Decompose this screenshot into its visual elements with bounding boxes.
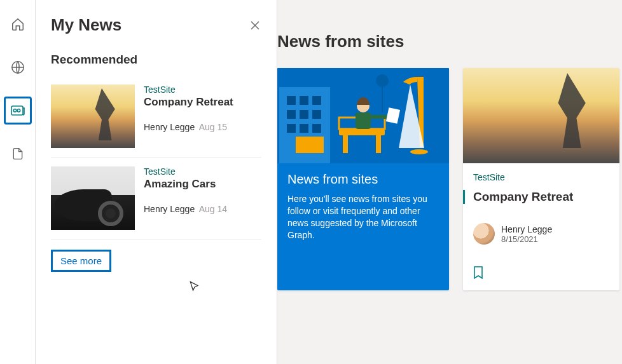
news-date: Aug 14 (199, 204, 227, 214)
news-site: TestSite (144, 166, 261, 177)
page-title: News from sites (277, 32, 404, 51)
news-icon[interactable] (4, 97, 32, 125)
cursor-icon (188, 281, 201, 293)
promo-illustration (277, 68, 449, 163)
promo-card-title: News from sites (287, 172, 439, 187)
news-card-image (463, 68, 619, 163)
news-card-title: Company Retreat (463, 190, 609, 204)
news-title: Amazing Cars (144, 178, 261, 191)
svg-rect-25 (370, 115, 389, 119)
news-item[interactable]: TestSite Amazing Cars Henry Legge Aug 14 (51, 158, 261, 239)
bookmark-icon[interactable] (473, 270, 483, 281)
main-content: News from sites (277, 0, 622, 364)
svg-rect-9 (287, 110, 296, 119)
news-author: Henry Legge (144, 122, 195, 132)
news-title: Company Retreat (144, 96, 261, 109)
svg-rect-21 (376, 135, 381, 153)
news-author: Henry Legge (144, 204, 195, 214)
svg-rect-20 (343, 135, 348, 153)
news-item[interactable]: TestSite Company Retreat Henry Legge Aug… (51, 76, 261, 158)
my-news-panel: My News Recommended TestSite Company Ret… (36, 0, 277, 364)
panel-title: My News (51, 15, 261, 35)
app-bar (0, 0, 36, 364)
svg-rect-10 (300, 110, 308, 119)
news-card-site: TestSite (473, 172, 609, 182)
svg-rect-13 (300, 124, 308, 133)
news-site: TestSite (144, 84, 261, 95)
home-icon[interactable] (4, 10, 32, 38)
svg-point-28 (410, 149, 428, 154)
news-date: Aug 15 (199, 122, 227, 132)
svg-rect-24 (356, 112, 371, 129)
close-button[interactable] (245, 15, 265, 36)
promo-card[interactable]: News from sites Here you'll see news fro… (277, 68, 449, 290)
globe-icon[interactable] (4, 53, 32, 81)
see-more-button[interactable]: See more (51, 250, 111, 272)
svg-rect-8 (312, 96, 321, 105)
news-thumbnail (51, 166, 135, 230)
svg-rect-14 (312, 124, 321, 133)
svg-rect-15 (296, 137, 324, 153)
section-title: Recommended (51, 53, 261, 67)
svg-rect-11 (312, 110, 321, 119)
news-card-date: 8/15/2021 (501, 234, 552, 244)
svg-point-3 (17, 109, 20, 112)
news-card-author: Henry Legge (501, 224, 552, 234)
file-icon[interactable] (4, 140, 32, 168)
news-thumbnail (51, 84, 135, 148)
svg-point-2 (13, 109, 16, 112)
svg-rect-7 (300, 96, 308, 105)
news-card[interactable]: TestSite Company Retreat Henry Legge 8/1… (463, 68, 619, 290)
svg-point-17 (376, 74, 389, 87)
promo-card-body: Here you'll see news from sites you foll… (287, 193, 439, 241)
svg-rect-6 (287, 96, 296, 105)
svg-rect-12 (287, 124, 296, 133)
avatar (473, 223, 495, 245)
